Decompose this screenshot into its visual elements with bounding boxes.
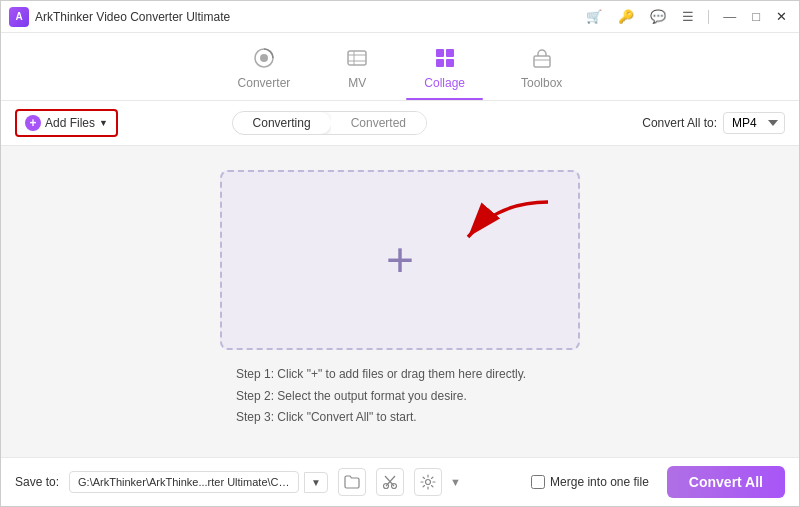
toolbar: + Add Files ▼ Converting Converted Conve… [1,101,799,146]
app-logo: A [9,7,29,27]
merge-checkbox-input[interactable] [531,475,545,489]
cut-icon-button[interactable] [376,468,404,496]
main-content: + Step 1: Click "+" to add files or drag… [1,146,799,457]
titlebar: A ArkThinker Video Converter Ultimate 🛒 … [1,1,799,33]
convert-all-button[interactable]: Convert All [667,466,785,498]
folder-icon-button[interactable] [338,468,366,496]
svg-line-12 [386,476,395,486]
add-files-plus-icon: + [386,236,414,284]
maximize-icon[interactable]: □ [748,7,764,26]
svg-rect-2 [348,51,366,65]
titlebar-left: A ArkThinker Video Converter Ultimate [9,7,230,27]
mv-icon [346,47,368,72]
merge-label: Merge into one file [550,475,649,489]
key-icon[interactable]: 🔑 [614,7,638,26]
divider [708,10,709,24]
merge-checkbox-label[interactable]: Merge into one file [531,475,649,489]
close-icon[interactable]: ✕ [772,7,791,26]
toolbox-label: Toolbox [521,76,562,90]
settings-arrow-icon: ▼ [450,476,461,488]
svg-rect-5 [436,59,444,67]
collage-icon [434,47,456,72]
svg-point-1 [260,54,268,62]
converter-icon [253,47,275,72]
tab-mv[interactable]: MV [318,41,396,100]
nav-tabs: Converter MV Collage [1,33,799,101]
tab-collage[interactable]: Collage [396,41,493,100]
save-path-display: G:\ArkThinker\ArkThinke...rter Ultimate\… [69,471,299,493]
instruction-step3: Step 3: Click "Convert All" to start. [220,407,580,429]
svg-point-14 [425,480,430,485]
tab-switcher: Converting Converted [232,111,427,135]
converter-label: Converter [238,76,291,90]
tab-converter[interactable]: Converter [210,41,319,100]
tab-toolbox[interactable]: Toolbox [493,41,590,100]
convert-all-to-label: Convert All to: [642,116,717,130]
format-select[interactable]: MP4 AVI MKV MOV WMV [723,112,785,134]
converting-tab[interactable]: Converting [233,112,331,134]
add-files-label: Add Files [45,116,95,130]
svg-rect-3 [436,49,444,57]
app-title: ArkThinker Video Converter Ultimate [35,10,230,24]
svg-line-13 [385,476,394,486]
plus-circle-icon: + [25,115,41,131]
collage-label: Collage [424,76,465,90]
arrow-indicator [438,192,558,276]
window-controls: 🛒 🔑 💬 ☰ — □ ✕ [582,7,791,26]
svg-rect-7 [534,56,550,67]
convert-all-section: Convert All to: MP4 AVI MKV MOV WMV [642,112,785,134]
dropdown-arrow-icon: ▼ [99,118,108,128]
minimize-icon[interactable]: — [719,7,740,26]
instruction-step2: Step 2: Select the output format you des… [220,386,580,408]
settings-icon-button[interactable] [414,468,442,496]
mv-label: MV [348,76,366,90]
toolbox-icon [531,47,553,72]
menu-icon[interactable]: ☰ [678,7,698,26]
instructions: Step 1: Click "+" to add files or drag t… [220,364,580,429]
converted-tab[interactable]: Converted [331,112,426,134]
save-path-dropdown-button[interactable]: ▼ [304,472,328,493]
cart-icon[interactable]: 🛒 [582,7,606,26]
bottom-bar: Save to: G:\ArkThinker\ArkThinke...rter … [1,457,799,506]
svg-rect-4 [446,49,454,57]
save-to-label: Save to: [15,475,59,489]
drop-zone[interactable]: + [220,170,580,350]
chat-icon[interactable]: 💬 [646,7,670,26]
svg-rect-6 [446,59,454,67]
add-files-button[interactable]: + Add Files ▼ [15,109,118,137]
instruction-step1: Step 1: Click "+" to add files or drag t… [220,364,580,386]
